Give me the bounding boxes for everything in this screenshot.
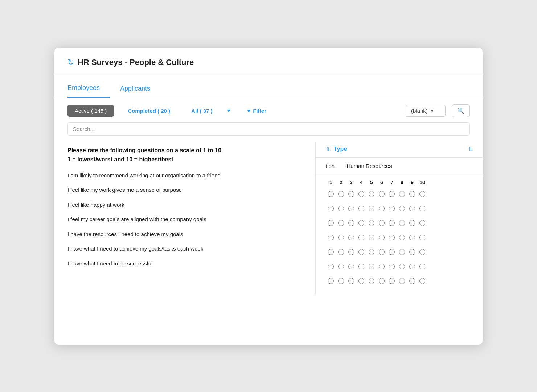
radio-q2-3[interactable] xyxy=(348,206,354,211)
radio-q3-3[interactable] xyxy=(348,220,354,226)
radio-q7-2[interactable] xyxy=(338,278,344,284)
radio-q7-9[interactable] xyxy=(409,278,415,284)
sort-icon-right[interactable]: ⇅ xyxy=(468,146,472,152)
radio-q3-10[interactable] xyxy=(419,220,425,226)
radio-q2-6[interactable] xyxy=(379,206,385,211)
radio-q1-5[interactable] xyxy=(369,191,374,197)
radio-q6-10[interactable] xyxy=(419,264,425,269)
radio-q7-7[interactable] xyxy=(389,278,395,284)
radio-q2-7[interactable] xyxy=(389,206,395,211)
radio-q1-7[interactable] xyxy=(389,191,395,197)
radio-q4-3[interactable] xyxy=(348,235,354,240)
list-item: I feel my career goals are aligned with … xyxy=(67,215,302,224)
radio-q5-8[interactable] xyxy=(399,249,405,255)
radio-q2-9[interactable] xyxy=(409,206,415,211)
radio-q7-4[interactable] xyxy=(358,278,364,284)
rating-num-10: 10 xyxy=(417,180,427,185)
radio-q1-3[interactable] xyxy=(348,191,354,197)
radio-q7-8[interactable] xyxy=(399,278,405,284)
radio-q2-2[interactable] xyxy=(338,206,344,211)
radio-q4-7[interactable] xyxy=(389,235,395,240)
radio-q2-5[interactable] xyxy=(369,206,374,211)
radio-q2-4[interactable] xyxy=(358,206,364,211)
radio-q1-9[interactable] xyxy=(409,191,415,197)
radio-q1-6[interactable] xyxy=(379,191,385,197)
radio-q5-5[interactable] xyxy=(369,249,374,255)
radio-q5-10[interactable] xyxy=(419,249,425,255)
main-window: ↻ HR Surveys - People & Culture Employee… xyxy=(54,48,483,345)
radio-q4-5[interactable] xyxy=(369,235,374,240)
filter-completed-btn[interactable]: Completed ( 20 ) xyxy=(120,105,177,117)
radio-q3-7[interactable] xyxy=(389,220,395,226)
radio-q4-10[interactable] xyxy=(419,235,425,240)
radio-q7-10[interactable] xyxy=(419,278,425,284)
radio-q2-8[interactable] xyxy=(399,206,405,211)
radio-q1-1[interactable] xyxy=(328,191,334,197)
partial-text: tion xyxy=(326,163,335,169)
rating-row-3 xyxy=(326,218,472,228)
radio-q3-2[interactable] xyxy=(338,220,344,226)
radio-q6-3[interactable] xyxy=(348,264,354,269)
search-icon-btn[interactable]: 🔍 xyxy=(452,104,470,117)
radio-q6-1[interactable] xyxy=(328,264,334,269)
question-list: I am likely to recommend working at our … xyxy=(67,172,302,268)
right-panel-header: ⇅ Type ⇅ xyxy=(316,142,483,158)
radio-q3-4[interactable] xyxy=(358,220,364,226)
rating-rows xyxy=(326,189,472,286)
radio-q5-6[interactable] xyxy=(379,249,385,255)
filter-all-btn[interactable]: All ( 37 ) xyxy=(184,105,220,117)
radio-q7-6[interactable] xyxy=(379,278,385,284)
rating-row-5 xyxy=(326,247,472,257)
rating-num-7: 7 xyxy=(387,180,397,185)
radio-q5-7[interactable] xyxy=(389,249,395,255)
radio-q4-4[interactable] xyxy=(358,235,364,240)
radio-q4-6[interactable] xyxy=(379,235,385,240)
filter-funnel-icon: ▼ xyxy=(246,108,251,114)
radio-q7-1[interactable] xyxy=(328,278,334,284)
radio-q3-1[interactable] xyxy=(328,220,334,226)
radio-q3-6[interactable] xyxy=(379,220,385,226)
tab-employees[interactable]: Employees xyxy=(67,81,110,98)
blank-dropdown[interactable]: (blank) ▼ xyxy=(406,105,446,117)
search-row xyxy=(54,117,483,136)
radio-q1-4[interactable] xyxy=(358,191,364,197)
rating-row-2 xyxy=(326,203,472,214)
tab-applicants[interactable]: Applicants xyxy=(110,81,160,98)
radio-q7-3[interactable] xyxy=(348,278,354,284)
radio-q6-6[interactable] xyxy=(379,264,385,269)
sort-icon-left[interactable]: ⇅ xyxy=(326,146,330,152)
main-content: Please rate the following questions on a… xyxy=(54,136,483,295)
radio-q5-4[interactable] xyxy=(358,249,364,255)
rating-num-9: 9 xyxy=(407,180,417,185)
radio-q6-5[interactable] xyxy=(369,264,374,269)
filter-active-btn[interactable]: Active ( 145 ) xyxy=(67,105,114,117)
rating-num-3: 3 xyxy=(346,180,356,185)
radio-q4-2[interactable] xyxy=(338,235,344,240)
search-input[interactable] xyxy=(67,122,470,136)
radio-q5-3[interactable] xyxy=(348,249,354,255)
radio-q3-9[interactable] xyxy=(409,220,415,226)
radio-q1-2[interactable] xyxy=(338,191,344,197)
radio-q4-8[interactable] xyxy=(399,235,405,240)
radio-q7-5[interactable] xyxy=(369,278,374,284)
radio-q3-8[interactable] xyxy=(399,220,405,226)
radio-q1-10[interactable] xyxy=(419,191,425,197)
radio-q4-1[interactable] xyxy=(328,235,334,240)
radio-q5-9[interactable] xyxy=(409,249,415,255)
radio-q6-2[interactable] xyxy=(338,264,344,269)
radio-q2-1[interactable] xyxy=(328,206,334,211)
tabs-row: Employees Applicants xyxy=(54,74,483,98)
radio-q2-10[interactable] xyxy=(419,206,425,211)
search-icon: 🔍 xyxy=(457,107,464,114)
radio-q5-2[interactable] xyxy=(338,249,344,255)
type-column-label: Type xyxy=(334,146,464,152)
filter-btn[interactable]: ▼Filter xyxy=(239,105,274,117)
radio-q1-8[interactable] xyxy=(399,191,405,197)
radio-q5-1[interactable] xyxy=(328,249,334,255)
radio-q6-4[interactable] xyxy=(358,264,364,269)
radio-q6-8[interactable] xyxy=(399,264,405,269)
radio-q6-9[interactable] xyxy=(409,264,415,269)
radio-q6-7[interactable] xyxy=(389,264,395,269)
radio-q4-9[interactable] xyxy=(409,235,415,240)
radio-q3-5[interactable] xyxy=(369,220,374,226)
